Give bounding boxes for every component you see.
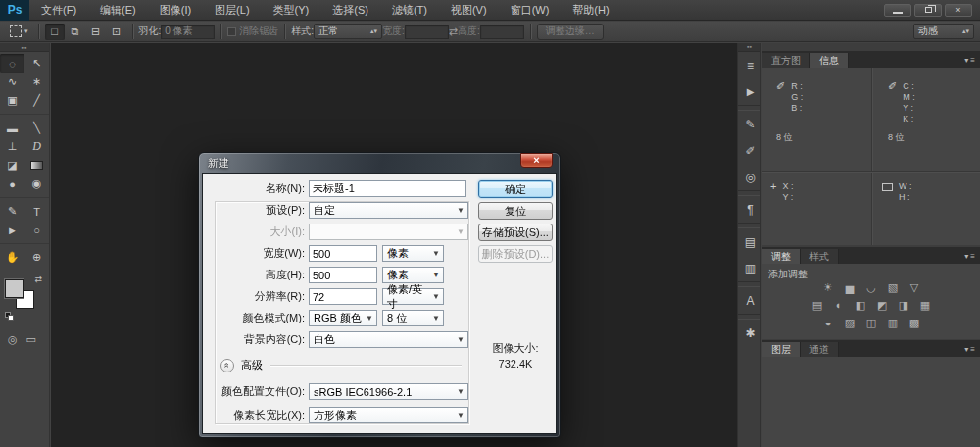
- black-white-icon[interactable]: ◧: [854, 299, 867, 312]
- subtract-selection-button[interactable]: ⊟: [86, 24, 106, 40]
- tool-eyedropper[interactable]: ╱: [24, 91, 49, 110]
- pixel-aspect-select[interactable]: 方形像素 ▼: [309, 407, 468, 423]
- panel-menu-icon[interactable]: ▾≡: [964, 345, 975, 357]
- tab-layers[interactable]: 图层: [762, 342, 801, 357]
- invert-icon[interactable]: ◒: [821, 317, 835, 329]
- resolution-input[interactable]: [309, 288, 377, 305]
- tool-elliptical-marquee[interactable]: ◌: [0, 54, 24, 73]
- width-input[interactable]: [309, 245, 377, 262]
- gradient-map-icon[interactable]: ▥: [886, 317, 900, 329]
- brush-presets-panel-icon[interactable]: ✐: [738, 137, 762, 164]
- tab-adjustments[interactable]: 调整: [762, 249, 801, 264]
- menu-file[interactable]: 文件(F): [29, 0, 88, 21]
- refine-edge-button[interactable]: 调整边缘…: [537, 24, 604, 40]
- advanced-expander-button[interactable]: »: [220, 359, 234, 372]
- menu-filter[interactable]: 滤镜(T): [380, 0, 439, 21]
- brightness-contrast-icon[interactable]: ☀: [821, 281, 835, 294]
- screen-mode-button[interactable]: ▭: [26, 333, 36, 346]
- tool-pen[interactable]: ✎: [0, 202, 24, 221]
- new-selection-button[interactable]: □: [45, 24, 65, 40]
- color-lookup-icon[interactable]: ▦: [918, 299, 932, 312]
- intersect-selection-button[interactable]: ⊡: [107, 24, 126, 40]
- restore-button[interactable]: [914, 4, 942, 17]
- menu-help[interactable]: 帮助(H): [561, 0, 620, 21]
- width-input[interactable]: [405, 25, 449, 39]
- curves-icon[interactable]: ◡: [864, 281, 878, 294]
- tool-presets-panel-icon[interactable]: ✎: [738, 111, 762, 137]
- tool-eraser[interactable]: ◪: [0, 156, 24, 174]
- tool-preset-picker[interactable]: ▾: [6, 25, 32, 38]
- menu-select[interactable]: 选择(S): [320, 0, 380, 21]
- close-button[interactable]: ×: [945, 4, 972, 17]
- color-profile-select[interactable]: sRGB IEC61966-2.1 ▼: [309, 383, 468, 400]
- height-unit-select[interactable]: 像素 ▼: [382, 267, 444, 283]
- tab-info[interactable]: 信息: [810, 53, 849, 68]
- tools-panel-grip[interactable]: ▪▪: [0, 43, 49, 52]
- preset-select[interactable]: 自定 ▼: [309, 202, 468, 219]
- bit-depth-select[interactable]: 8 位 ▼: [382, 310, 444, 326]
- menu-edit[interactable]: 编辑(E): [88, 0, 148, 21]
- feather-input[interactable]: 0 像素: [161, 25, 215, 39]
- background-contents-select[interactable]: 白色 ▼: [309, 331, 468, 348]
- panel-menu-icon[interactable]: ▾≡: [964, 56, 975, 68]
- vibrance-icon[interactable]: ▽: [907, 281, 921, 294]
- width-unit-select[interactable]: 像素 ▼: [382, 245, 444, 262]
- tab-styles[interactable]: 样式: [801, 249, 839, 264]
- layer-comps-panel-icon[interactable]: ▤: [738, 228, 762, 255]
- selective-color-icon[interactable]: ▩: [907, 317, 921, 329]
- threshold-icon[interactable]: ◫: [864, 317, 878, 329]
- menu-type[interactable]: 类型(Y): [262, 0, 321, 21]
- character-panel-icon[interactable]: A: [738, 287, 762, 314]
- hue-saturation-icon[interactable]: ▤: [810, 299, 824, 312]
- menu-image[interactable]: 图像(I): [148, 0, 203, 21]
- menu-window[interactable]: 窗口(W): [499, 0, 562, 21]
- tool-gradient[interactable]: [24, 156, 49, 174]
- minimize-button[interactable]: [884, 4, 911, 17]
- reset-button[interactable]: 复位: [478, 202, 553, 220]
- tab-histogram[interactable]: 直方图: [762, 53, 810, 68]
- tool-lasso[interactable]: ∿: [0, 73, 24, 91]
- tool-magic-wand[interactable]: ∗: [24, 73, 49, 91]
- quick-mask-button[interactable]: ◎: [8, 333, 18, 346]
- tool-history-brush[interactable]: D: [24, 137, 49, 156]
- tool-path-selection[interactable]: ►: [0, 221, 24, 239]
- height-input[interactable]: [480, 25, 524, 39]
- tool-dodge[interactable]: ◉: [24, 174, 49, 193]
- swap-colors-icon[interactable]: ⇄: [34, 274, 42, 284]
- paragraph-panel-icon[interactable]: ¶: [738, 196, 762, 223]
- channel-mixer-icon[interactable]: ◨: [897, 299, 910, 312]
- color-balance-icon[interactable]: ◐: [832, 299, 846, 312]
- tool-blur[interactable]: ●: [0, 174, 24, 193]
- tool-crop[interactable]: ▣: [0, 91, 24, 110]
- tool-hand[interactable]: ✋: [0, 248, 24, 267]
- tool-brush[interactable]: ╲: [24, 119, 49, 137]
- history-panel-icon[interactable]: ≡: [738, 52, 762, 78]
- color-mode-select[interactable]: RGB 颜色 ▼: [309, 310, 377, 326]
- dock-grip[interactable]: ▪▪: [738, 43, 760, 52]
- antialias-checkbox[interactable]: [227, 27, 236, 36]
- tool-move[interactable]: ↖: [24, 54, 49, 73]
- tool-type[interactable]: T: [24, 202, 49, 221]
- menu-view[interactable]: 视图(V): [439, 0, 499, 21]
- swap-dimensions-icon[interactable]: ⇄: [449, 25, 458, 38]
- tool-healing-brush[interactable]: ▬: [0, 119, 24, 137]
- add-selection-button[interactable]: ⧉: [66, 24, 85, 40]
- resolution-unit-select[interactable]: 像素/英寸 ▼: [382, 288, 444, 305]
- panel-menu-icon[interactable]: ▾≡: [964, 252, 975, 264]
- foreground-color-swatch[interactable]: [5, 279, 24, 298]
- save-preset-button[interactable]: 存储预设(S)...: [478, 224, 553, 241]
- tab-channels[interactable]: 通道: [801, 342, 839, 357]
- properties-panel-icon[interactable]: ✱: [738, 320, 762, 346]
- clone-source-panel-icon[interactable]: ◎: [738, 164, 762, 190]
- tool-shape[interactable]: ○: [24, 221, 49, 239]
- menu-layer[interactable]: 图层(L): [203, 0, 261, 21]
- style-select[interactable]: 正常 ▴▾: [314, 24, 382, 39]
- default-colors-icon[interactable]: [5, 312, 15, 322]
- workspace-select[interactable]: 动感 ▴▾: [913, 24, 974, 39]
- dialog-close-button[interactable]: ×: [520, 153, 553, 168]
- photo-filter-icon[interactable]: ◩: [875, 299, 889, 312]
- tool-zoom[interactable]: ⊕: [24, 248, 49, 267]
- height-input[interactable]: [309, 267, 377, 283]
- posterize-icon[interactable]: ▨: [843, 317, 857, 329]
- actions-panel-icon[interactable]: ▶: [738, 78, 762, 105]
